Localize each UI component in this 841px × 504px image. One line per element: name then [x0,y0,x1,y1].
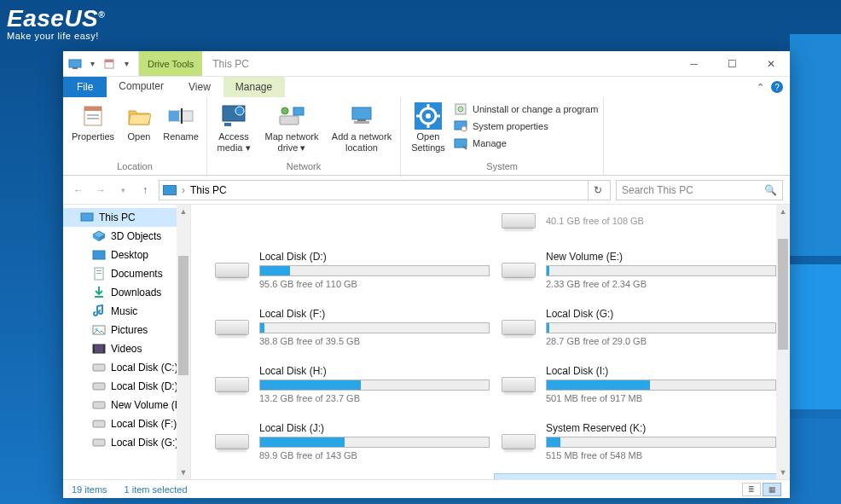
status-item-count: 19 items [72,484,107,495]
system-properties-icon [454,119,467,133]
drive-icon [213,258,251,283]
drive-icon [213,315,251,340]
svg-rect-17 [352,107,371,119]
sidebar-scrollbar[interactable]: ▲ ▼ [177,205,190,479]
sidebar-item[interactable]: 3D Objects [63,227,190,246]
drive-name: Local Disk (H:) [259,365,490,377]
collapse-ribbon-icon[interactable]: ⌃ [757,82,764,93]
chevron-down-icon[interactable]: ▾ [119,57,133,71]
group-label-system: System [406,159,598,173]
drive-item[interactable]: New Volume (E:)2.33 GB free of 2.34 GB [495,246,781,294]
drive-icon [500,315,537,340]
sidebar-item[interactable]: Music [63,302,190,321]
scrollbar-thumb[interactable] [178,256,188,375]
drive-item[interactable]: Local Disk (F:)38.8 GB free of 39.5 GB [208,303,495,351]
sidebar-item[interactable]: Videos [63,339,190,358]
map-network-drive-button[interactable]: Map network drive ▾ [258,99,325,154]
titlebar: ▾ ▾ Drive Tools This PC ─ ☐ ✕ [63,51,790,77]
chevron-right-icon[interactable]: › [182,184,185,196]
drive-item[interactable]: Local Disk (J:)89.9 GB free of 143 GB [208,417,495,466]
open-settings-button[interactable]: Open Settings [406,99,450,154]
back-button[interactable]: ← [70,182,87,199]
sidebar-item[interactable]: Documents [63,264,190,283]
sidebar-item-label: Downloads [111,287,161,298]
refresh-button[interactable]: ↻ [588,181,606,200]
up-button[interactable]: ↑ [136,182,154,199]
forward-button[interactable]: → [92,182,109,199]
add-network-location-button[interactable]: Add a network location [328,99,395,154]
chevron-down-icon[interactable]: ▾ [85,57,99,71]
drive-item[interactable]: System Reserved (K:)515 MB free of 548 M… [495,417,781,466]
tab-file[interactable]: File [63,77,107,97]
ribbon-group-location: Properties Open Rename Location [63,97,207,175]
sidebar-item[interactable]: Downloads [63,283,190,302]
pc-icon [163,185,177,195]
item-icon [92,267,106,281]
svg-rect-50 [93,439,105,446]
sidebar-item[interactable]: Desktop [63,246,190,264]
tab-manage[interactable]: Manage [223,77,285,97]
system-properties-link[interactable]: System properties [454,119,598,133]
drive-item[interactable]: Local Disk (L:)64.5 GB free of 98.7 GB [208,474,495,479]
svg-rect-38 [96,270,102,271]
scroll-down-icon[interactable]: ▼ [177,466,190,479]
scroll-down-icon[interactable]: ▼ [776,466,790,479]
capacity-bar [259,265,490,276]
contextual-tab-drive-tools: Drive Tools [139,51,202,76]
scroll-up-icon[interactable]: ▲ [177,205,190,218]
tab-computer[interactable]: Computer [107,77,177,97]
uninstall-program-link[interactable]: Uninstall or change a program [454,102,598,116]
svg-rect-14 [280,116,299,125]
drive-item[interactable]: TRACY (M:)28.9 GB free of 28.9 GB [495,474,781,479]
drive-item[interactable]: Local Disk (I:)501 MB free of 917 MB [495,360,781,408]
manage-icon [454,136,467,150]
status-selection: 1 item selected [125,484,188,495]
scroll-up-icon[interactable]: ▲ [776,205,790,218]
svg-point-16 [281,107,288,114]
svg-rect-10 [181,108,183,124]
sidebar-item-label: Local Disk (D:) [111,380,178,392]
recent-locations-button[interactable]: ▾ [114,182,131,199]
minimize-button[interactable]: ─ [675,51,713,76]
help-icon[interactable]: ? [771,81,783,93]
open-button[interactable]: Open [121,99,157,142]
view-tiles-button[interactable]: ▦ [763,483,781,496]
view-details-button[interactable]: ≣ [742,483,761,496]
svg-rect-18 [357,119,366,121]
svg-point-12 [235,107,244,115]
sidebar-item[interactable]: Local Disk (F:) [63,414,190,433]
item-icon [92,342,106,356]
sidebar-item[interactable]: Local Disk (C:) [63,358,190,377]
rename-button[interactable]: Rename [160,99,201,142]
drive-item-partial[interactable]: 40.1 GB free of 108 GB [495,205,781,237]
drive-item[interactable]: Local Disk (H:)13.2 GB free of 23.7 GB [208,360,495,408]
capacity-bar [259,437,490,448]
item-icon [92,229,106,243]
sidebar-item[interactable]: Pictures [63,321,190,339]
maximize-button[interactable]: ☐ [713,51,751,76]
properties-button[interactable]: Properties [68,99,118,142]
item-icon [92,379,106,393]
sidebar-item[interactable]: Local Disk (D:) [63,377,190,396]
manage-link[interactable]: Manage [454,136,598,150]
breadcrumb[interactable]: This PC [190,184,227,196]
drive-item[interactable]: Local Disk (G:)28.7 GB free of 29.0 GB [495,303,781,351]
qat-properties-icon[interactable] [102,57,116,71]
sidebar-item[interactable]: Local Disk (G:) [63,433,190,452]
sidebar-item-label: Local Disk (C:) [111,362,178,374]
capacity-bar [259,322,490,333]
sidebar-item-label: Music [111,305,137,317]
access-media-button[interactable]: Access media ▾ [212,99,255,154]
close-button[interactable]: ✕ [751,51,790,76]
tab-view[interactable]: View [177,77,223,97]
sidebar-item-label: Local Disk (F:) [111,418,177,430]
sidebar-item[interactable]: New Volume (E:) [63,396,190,414]
search-input[interactable]: Search This PC 🔍 [616,180,783,200]
address-bar[interactable]: › This PC ↻ [159,180,611,200]
sidebar-item-this-pc[interactable]: This PC [63,208,190,227]
content-scrollbar[interactable]: ▲ ▼ [776,205,790,479]
drive-item[interactable]: Local Disk (D:)95.6 GB free of 110 GB [208,246,495,294]
svg-rect-48 [93,402,105,408]
scrollbar-thumb[interactable] [778,239,788,350]
navigation-pane: This PC 3D ObjectsDesktopDocumentsDownlo… [63,205,191,479]
